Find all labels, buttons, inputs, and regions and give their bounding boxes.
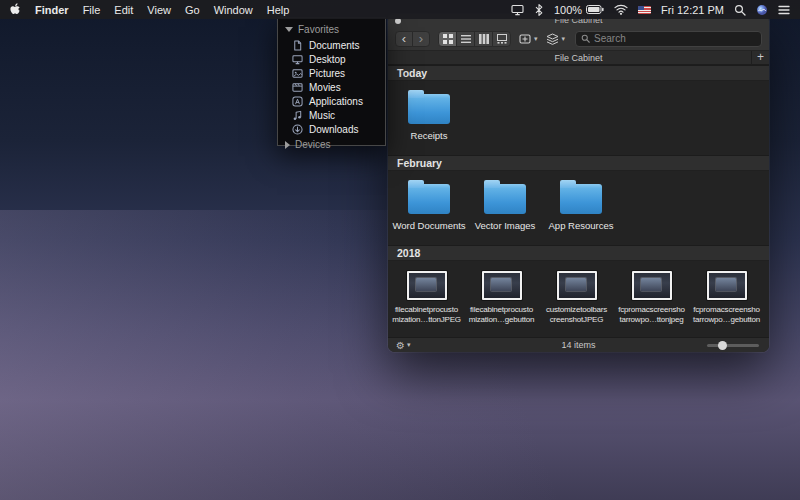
folder-receipts[interactable]: Receipts bbox=[394, 90, 464, 141]
list-view-button[interactable] bbox=[456, 31, 475, 47]
downloads-icon bbox=[292, 124, 303, 135]
folder-icon bbox=[408, 94, 450, 124]
folder-vector-images[interactable]: Vector Images bbox=[470, 180, 540, 231]
sidebar-item-pictures[interactable]: Pictures bbox=[278, 66, 385, 80]
image-thumbnail bbox=[482, 271, 522, 300]
desktop: Finder File Edit View Go Window Help 100… bbox=[0, 0, 800, 500]
image-thumbnail bbox=[407, 271, 447, 300]
section-header-label: 2018 bbox=[397, 247, 420, 259]
folder-word-documents[interactable]: Word Documents bbox=[394, 180, 464, 231]
icon-view-button[interactable] bbox=[438, 31, 457, 47]
sidebar-devices-header[interactable]: Devices bbox=[278, 136, 385, 153]
menu-finder[interactable]: Finder bbox=[35, 4, 69, 16]
display-icon[interactable] bbox=[511, 4, 524, 16]
sidebar-item-downloads[interactable]: Downloads bbox=[278, 122, 385, 136]
folder-name: App Resources bbox=[549, 220, 614, 231]
file-name: fcpromacscreensho tarrowpo…ttonjpeg bbox=[615, 305, 688, 325]
sidebar-item-music[interactable]: Music bbox=[278, 108, 385, 122]
zoom-slider-knob[interactable] bbox=[718, 341, 727, 350]
devices-label: Devices bbox=[295, 139, 331, 150]
action-icon bbox=[519, 33, 531, 45]
column-view-icon bbox=[479, 34, 489, 44]
folder-name: Receipts bbox=[411, 130, 448, 141]
file-name: filecabinetprocusto mization…ttonJPEG bbox=[390, 305, 463, 325]
menu-go[interactable]: Go bbox=[185, 4, 200, 16]
movies-icon bbox=[292, 82, 303, 93]
folder-icon bbox=[484, 184, 526, 214]
section-header-label: Today bbox=[397, 67, 427, 79]
menu-edit[interactable]: Edit bbox=[114, 4, 133, 16]
group-by-button[interactable]: ▾ bbox=[546, 33, 566, 45]
back-button[interactable]: ‹ bbox=[395, 31, 413, 47]
folder-icon bbox=[560, 184, 602, 214]
add-button[interactable]: + bbox=[751, 51, 769, 65]
battery-percent: 100% bbox=[554, 4, 582, 16]
gallery-view-icon bbox=[497, 34, 507, 44]
column-view-button[interactable] bbox=[474, 31, 493, 47]
chevron-down-icon: ▾ bbox=[534, 35, 538, 43]
file-name: fcpromacscreensho tarrowpo…gebutton bbox=[690, 305, 763, 325]
folder-icon bbox=[408, 184, 450, 214]
menu-help[interactable]: Help bbox=[267, 4, 290, 16]
menu-bar-left: Finder File Edit View Go Window Help bbox=[10, 3, 289, 16]
section-2018-items: filecabinetprocusto mization…ttonJPEG fi… bbox=[388, 261, 769, 337]
file-item[interactable]: customizetoolbars creenshotJPEG bbox=[540, 271, 613, 325]
file-item[interactable]: filecabinetprocusto mization…ttonJPEG bbox=[390, 271, 463, 325]
sidebar-item-movies[interactable]: Movies bbox=[278, 80, 385, 94]
notification-center-icon[interactable] bbox=[778, 5, 790, 15]
wifi-icon[interactable] bbox=[614, 4, 628, 15]
file-item[interactable]: fcpromacscreensho tarrowpo…ttonjpeg bbox=[615, 271, 688, 325]
image-thumbnail bbox=[707, 271, 747, 300]
folder-name: Vector Images bbox=[475, 220, 536, 231]
folder-app-resources[interactable]: App Resources bbox=[546, 180, 616, 231]
input-source-flag-icon[interactable] bbox=[638, 6, 651, 14]
file-name: customizetoolbars creenshotJPEG bbox=[540, 305, 613, 325]
pictures-icon bbox=[292, 68, 303, 79]
section-header-label: February bbox=[397, 157, 442, 169]
battery-icon bbox=[586, 5, 604, 14]
zoom-slider[interactable] bbox=[707, 344, 759, 347]
sidebar-favorites-header[interactable]: Favorites bbox=[278, 21, 385, 38]
path-bar: File Cabinet + bbox=[388, 51, 769, 65]
bluetooth-icon[interactable] bbox=[534, 4, 544, 16]
image-thumbnail bbox=[557, 271, 597, 300]
disclosure-right-icon[interactable] bbox=[285, 141, 290, 149]
sidebar-item-desktop[interactable]: Desktop bbox=[278, 52, 385, 66]
battery-status[interactable]: 100% bbox=[554, 4, 604, 16]
gallery-view-button[interactable] bbox=[492, 31, 511, 47]
menu-file[interactable]: File bbox=[83, 4, 101, 16]
sidebar-item-documents[interactable]: Documents bbox=[278, 38, 385, 52]
action-menu-button[interactable]: ▾ bbox=[519, 33, 538, 45]
forward-button[interactable]: › bbox=[412, 31, 430, 47]
group-layers-icon bbox=[546, 33, 559, 45]
menu-window[interactable]: Window bbox=[214, 4, 253, 16]
file-browser-content: Today Receipts February Word Documents V… bbox=[388, 65, 769, 337]
finder-sidebar-panel: Favorites Documents Desktop Pictures Mov… bbox=[277, 17, 386, 146]
search-field[interactable] bbox=[575, 31, 762, 47]
file-item[interactable]: fcpromacscreensho tarrowpo…gebutton bbox=[690, 271, 763, 325]
applications-icon bbox=[292, 96, 303, 107]
file-item[interactable]: filecabinetprocusto mization…gebutton bbox=[465, 271, 538, 325]
section-today-items: Receipts bbox=[388, 81, 769, 155]
sidebar-item-label: Downloads bbox=[309, 124, 358, 135]
desktop-icon bbox=[292, 54, 303, 65]
menu-clock[interactable]: Fri 12:21 PM bbox=[661, 4, 724, 16]
window-toolbar: ‹ › ▾ bbox=[388, 27, 769, 51]
sidebar-item-applications[interactable]: Applications bbox=[278, 94, 385, 108]
sidebar-item-label: Movies bbox=[309, 82, 341, 93]
spotlight-icon[interactable] bbox=[734, 4, 746, 16]
path-bar-title: File Cabinet bbox=[388, 51, 769, 65]
search-input[interactable] bbox=[594, 33, 756, 44]
file-name: filecabinetprocusto mization…gebutton bbox=[465, 305, 538, 325]
finder-window: File Cabinet ‹ › bbox=[388, 14, 769, 352]
chevron-down-icon: ▾ bbox=[562, 35, 566, 43]
apple-menu-icon[interactable] bbox=[10, 3, 21, 16]
view-mode-control bbox=[438, 31, 511, 47]
disclosure-down-icon[interactable] bbox=[285, 27, 293, 32]
siri-icon[interactable] bbox=[756, 4, 768, 16]
menu-bar: Finder File Edit View Go Window Help 100… bbox=[0, 0, 800, 19]
section-header-2018: 2018 bbox=[388, 245, 769, 261]
folder-name: Word Documents bbox=[392, 220, 465, 231]
menu-view[interactable]: View bbox=[147, 4, 171, 16]
nav-buttons: ‹ › bbox=[395, 31, 430, 47]
